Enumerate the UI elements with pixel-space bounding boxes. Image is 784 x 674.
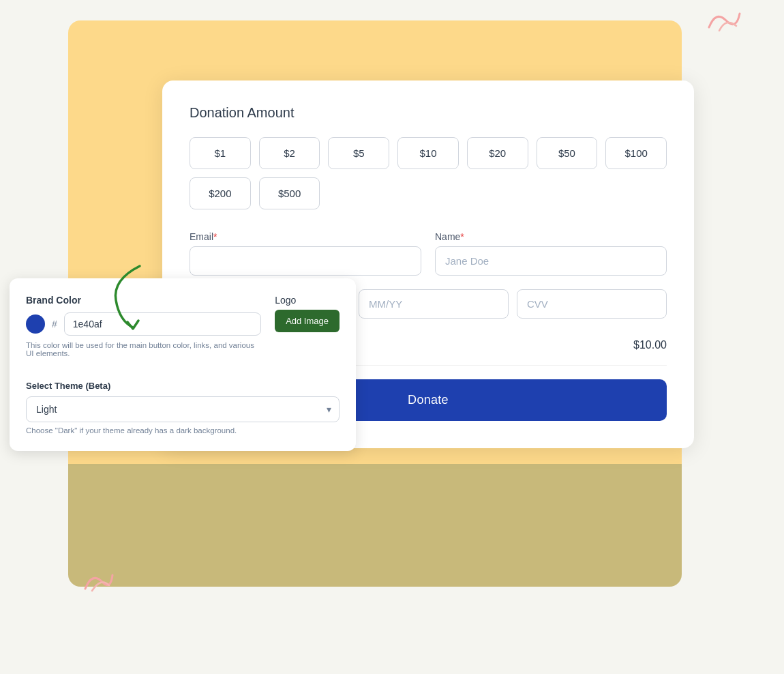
donation-amount-title: Donation Amount	[190, 105, 667, 121]
amount-btn-500[interactable]: $500	[259, 177, 320, 209]
email-name-row: Email* Name*	[190, 231, 667, 276]
name-input[interactable]	[435, 246, 667, 276]
expiry-input[interactable]	[359, 289, 509, 319]
theme-section: Select Theme (Beta) Light Dark ▾ Choose …	[26, 381, 340, 435]
green-arrow-icon	[99, 259, 153, 341]
cvv-input[interactable]	[517, 289, 667, 319]
amount-btn-1[interactable]: $1	[190, 137, 251, 169]
amount-btn-20[interactable]: $20	[467, 137, 528, 169]
amount-btn-5[interactable]: $5	[328, 137, 389, 169]
name-group: Name*	[435, 231, 667, 276]
amount-grid-row1: $1 $2 $5 $10 $20 $50 $100	[190, 137, 667, 169]
tan-background	[68, 464, 682, 587]
summary-amount: $10.00	[633, 339, 667, 351]
logo-section: Logo Add Image	[275, 295, 340, 332]
amount-btn-2[interactable]: $2	[259, 137, 320, 169]
color-swatch[interactable]	[26, 314, 45, 334]
amount-btn-200[interactable]: $200	[190, 177, 251, 209]
color-hex-input[interactable]	[64, 312, 261, 336]
squiggle-bottom-left-icon	[82, 565, 116, 592]
brand-color-hint: This color will be used for the main but…	[26, 341, 261, 357]
name-label: Name*	[435, 231, 667, 242]
brand-panel: Brand Color # This color will be used fo…	[10, 278, 356, 451]
amount-btn-100[interactable]: $100	[605, 137, 667, 169]
email-group: Email*	[190, 231, 421, 276]
amount-btn-50[interactable]: $50	[537, 137, 598, 169]
hash-symbol: #	[52, 319, 57, 329]
email-label: Email*	[190, 231, 421, 242]
amount-grid-row2: $200 $500	[190, 177, 667, 209]
theme-select-wrapper: Light Dark ▾	[26, 396, 340, 422]
amount-btn-10[interactable]: $10	[397, 137, 459, 169]
add-image-button[interactable]: Add Image	[275, 310, 340, 332]
squiggle-top-right-icon	[702, 7, 743, 34]
logo-label: Logo	[275, 295, 340, 306]
theme-select[interactable]: Light Dark	[26, 396, 340, 422]
theme-label: Select Theme (Beta)	[26, 381, 340, 391]
theme-hint: Choose "Dark" if your theme already has …	[26, 426, 340, 435]
email-input[interactable]	[190, 246, 421, 276]
